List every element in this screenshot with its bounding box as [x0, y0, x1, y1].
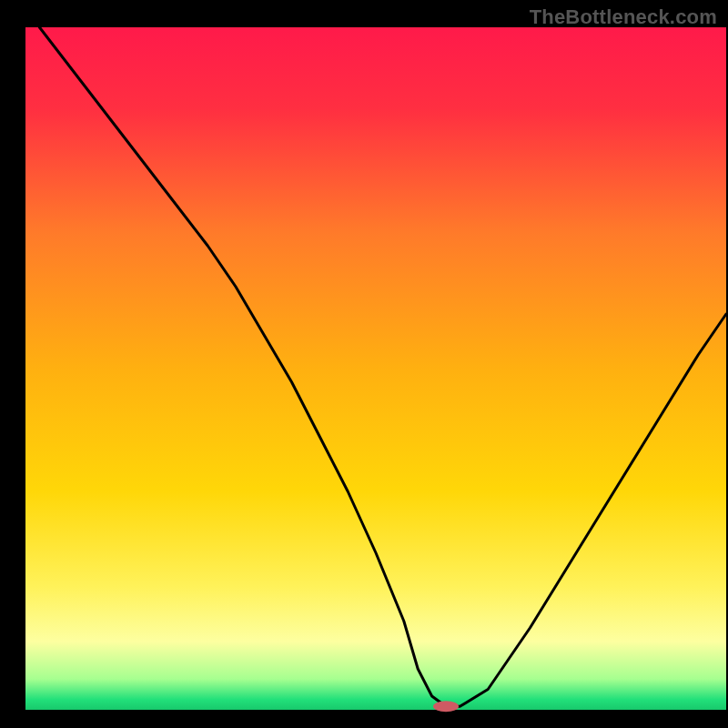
watermark-text: TheBottleneck.com: [530, 5, 717, 29]
optimal-marker: [433, 701, 459, 712]
chart-background: [25, 27, 726, 710]
bottleneck-chart: [0, 0, 728, 728]
chart-frame: TheBottleneck.com: [0, 0, 728, 728]
